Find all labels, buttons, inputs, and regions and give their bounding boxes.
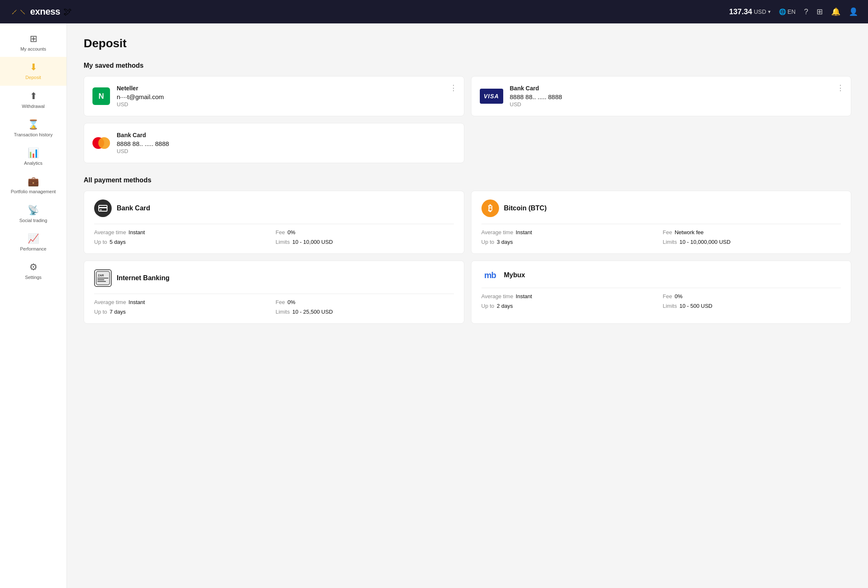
sidebar-item-transaction-history[interactable]: ⌛ Transaction history (0, 114, 67, 143)
ib-upto-value: 7 days (110, 309, 125, 315)
saved-method-neteller[interactable]: N Neteller n····t@gmail.com USD ⋮ (84, 76, 464, 116)
globe-icon: 🌐 (779, 8, 786, 15)
btc-avg-time: Average time Instant (481, 229, 660, 235)
svg-rect-7 (97, 281, 106, 282)
saved-method-bank-card-mc[interactable]: Bank Card 8888 88.. ..... 8888 USD (84, 123, 464, 163)
btc-fee-label: Fee (663, 229, 672, 235)
balance-currency: USD (754, 8, 766, 15)
ib-limits: Limits 10 - 25,500 USD (276, 309, 454, 315)
settings-icon: ⚙ (29, 262, 38, 273)
payment-method-bank-card[interactable]: Bank Card Average time Instant Fee 0% Up… (84, 191, 464, 254)
mc-info: Bank Card 8888 88.. ..... 8888 USD (117, 132, 456, 154)
sidebar-label-portfolio: Portfolio management (11, 189, 56, 194)
notifications-icon[interactable]: 🔔 (831, 7, 840, 16)
sidebar-label-my-accounts: My accounts (20, 46, 46, 52)
mybux-header: mb Mybux (481, 269, 841, 281)
btc-upto-value: 3 days (497, 239, 513, 245)
visa-info: Bank Card 8888 88.. ..... 8888 USD (510, 85, 843, 107)
withdrawal-icon: ⬆ (30, 91, 37, 102)
mb-limits-label: Limits (663, 303, 677, 309)
sidebar-item-my-accounts[interactable]: ⊞ My accounts (0, 28, 67, 57)
ib-fee-label: Fee (276, 299, 285, 305)
saved-methods-title: My saved methods (84, 62, 851, 69)
ib-fee: Fee 0% (276, 299, 454, 305)
btc-avg-time-value: Instant (516, 229, 532, 235)
limits-value: 10 - 10,000 USD (292, 239, 333, 245)
all-methods-title: All payment methods (84, 176, 851, 184)
analytics-icon: 📊 (28, 148, 39, 159)
user-icon[interactable]: 👤 (849, 7, 858, 16)
bank-card-fee: Fee 0% (276, 229, 454, 235)
svg-rect-5 (97, 278, 108, 279)
chevron-down-icon: ▾ (768, 9, 771, 15)
lang-label: EN (788, 8, 796, 15)
visa-detail: 8888 88.. ..... 8888 (510, 93, 843, 100)
mb-fee: Fee 0% (663, 293, 841, 299)
btc-upto-label: Up to (481, 239, 494, 245)
btc-limits-value: 10 - 10,000,000 USD (679, 239, 730, 245)
btc-fee: Fee Network fee (663, 229, 841, 235)
ib-fee-value: 0% (287, 299, 295, 305)
mb-avg-time-label: Average time (481, 293, 513, 299)
payment-method-internet-banking[interactable]: ZAR Internet Banking Average time Instan… (84, 261, 464, 324)
logo-icon: ⟋⟍ (10, 7, 27, 17)
btc-upto: Up to 3 days (481, 239, 660, 245)
help-icon[interactable]: ? (804, 8, 808, 16)
internet-banking-header: ZAR Internet Banking (94, 269, 454, 287)
mybux-logo-text: mb (484, 271, 496, 280)
visa-name: Bank Card (510, 85, 843, 92)
ib-avg-time-value: Instant (128, 299, 145, 305)
my-accounts-icon: ⊞ (30, 33, 37, 44)
main-content: Deposit My saved methods N Neteller n···… (67, 23, 868, 588)
neteller-menu-icon[interactable]: ⋮ (450, 83, 457, 92)
neteller-detail: n····t@gmail.com (117, 93, 456, 100)
deposit-icon: ⬇ (30, 62, 37, 73)
sidebar-label-withdrawal: Withdrawal (22, 103, 44, 109)
sidebar-label-social-trading: Social trading (19, 217, 47, 223)
visa-menu-icon[interactable]: ⋮ (837, 83, 844, 92)
mc-detail: 8888 88.. ..... 8888 (117, 140, 456, 147)
ib-upto: Up to 7 days (94, 309, 272, 315)
bank-card-header: Bank Card (94, 199, 454, 217)
svg-rect-2 (100, 210, 102, 210)
payment-method-mybux[interactable]: mb Mybux Average time Instant Fee 0% Up … (471, 261, 852, 324)
neteller-currency: USD (117, 101, 456, 107)
neteller-info: Neteller n····t@gmail.com USD (117, 85, 456, 107)
svg-rect-6 (97, 279, 104, 280)
transaction-history-icon: ⌛ (28, 119, 39, 130)
saved-method-bank-card-visa[interactable]: VISA Bank Card 8888 88.. ..... 8888 USD … (471, 76, 852, 116)
ib-avg-time-label: Average time (94, 299, 126, 305)
logo-bird-icon: 🕊 (64, 7, 72, 17)
neteller-name: Neteller (117, 85, 456, 92)
ib-avg-time: Average time Instant (94, 299, 272, 305)
bank-card-limits: Limits 10 - 10,000 USD (276, 239, 454, 245)
logo-text: exness (30, 6, 60, 17)
sidebar-item-portfolio-management[interactable]: 💼 Portfolio management (0, 171, 67, 199)
fee-value: 0% (287, 229, 295, 235)
grid-icon[interactable]: ⊞ (817, 7, 823, 16)
bitcoin-header: ₿ Bitcoin (BTC) (481, 199, 841, 217)
sidebar-item-analytics[interactable]: 📊 Analytics (0, 143, 67, 171)
sidebar-item-deposit[interactable]: ⬇ Deposit (0, 57, 67, 85)
mb-upto-label: Up to (481, 303, 494, 309)
sidebar-label-analytics: Analytics (24, 160, 42, 166)
payment-method-bitcoin[interactable]: ₿ Bitcoin (BTC) Average time Instant Fee… (471, 191, 852, 254)
visa-currency: USD (510, 101, 843, 107)
sidebar-item-performance[interactable]: 📈 Performance (0, 228, 67, 257)
performance-icon: 📈 (28, 233, 39, 244)
balance-display[interactable]: 137.34 USD ▾ (729, 8, 771, 16)
mybux-icon: mb (481, 269, 499, 281)
bank-card-upto: Up to 5 days (94, 239, 272, 245)
sidebar: ⊞ My accounts ⬇ Deposit ⬆ Withdrawal ⌛ T… (0, 23, 67, 588)
balance-amount: 137.34 (729, 8, 752, 16)
sidebar-item-settings[interactable]: ⚙ Settings (0, 257, 67, 285)
language-selector[interactable]: 🌐 EN (779, 8, 796, 15)
mb-upto: Up to 2 days (481, 303, 660, 309)
logo[interactable]: ⟋⟍ exness 🕊 (10, 6, 72, 17)
sidebar-label-settings: Settings (25, 274, 42, 280)
sidebar-item-withdrawal[interactable]: ⬆ Withdrawal (0, 86, 67, 114)
bank-card-details: Average time Instant Fee 0% Up to 5 days… (94, 229, 454, 245)
sidebar-item-social-trading[interactable]: 📡 Social trading (0, 200, 67, 228)
internet-banking-icon: ZAR (94, 269, 112, 287)
internet-banking-details: Average time Instant Fee 0% Up to 7 days… (94, 299, 454, 315)
